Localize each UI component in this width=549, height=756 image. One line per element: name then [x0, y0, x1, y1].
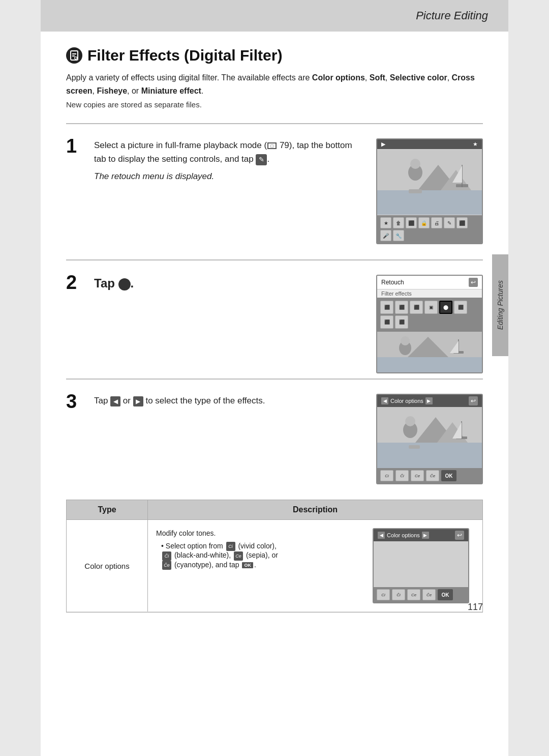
row-desc-text: Modify color tones. Select option from C… — [156, 528, 364, 603]
menu-lock: 🔒 — [418, 217, 430, 228]
table-illustration — [374, 541, 469, 587]
step2-icons: ⬛ ⬛ ⬛ ▣ ⬤ ⬛ ⬛ ⬛ — [377, 298, 482, 332]
step1-image: ▶ ★ — [376, 138, 483, 244]
row-desc: Modify color tones. Select option from C… — [148, 520, 482, 612]
table-back: ↩ — [455, 531, 464, 540]
step3-screen-header: ◀ Color options ▶ ↩ — [377, 395, 482, 407]
svg-rect-18 — [377, 357, 482, 372]
row-type-label: Color options — [67, 520, 148, 612]
color-options-title: Color options — [390, 398, 423, 404]
step3-content: Tap ◀ or ▶ to select the type of the eff… — [94, 394, 366, 408]
step1-divider — [66, 123, 483, 124]
step3-footer: Ci Ĉi Ce Ĉe OK — [377, 468, 482, 483]
step2-screen-header: Retouch ↩ — [377, 276, 482, 289]
step1-text: Select a picture in full-frame playback … — [94, 138, 366, 166]
page-header: Picture Editing — [41, 0, 508, 32]
table-screen-header: ◀ Color options ▶ ↩ — [374, 529, 468, 541]
step-3: 3 Tap ◀ or ▶ to select the type of the e… — [66, 394, 483, 484]
filter-effects-label: Filter effects — [377, 289, 482, 298]
step3-number: 3 — [66, 392, 94, 411]
page-number: 117 — [468, 602, 483, 613]
table-row: Color options Modify color tones. Select… — [67, 520, 482, 612]
play-icon: ▶ — [381, 141, 385, 148]
ri-8: ⬛ — [395, 315, 408, 329]
table-color-title: Color options — [387, 532, 420, 538]
step2-screen: Retouch ↩ Filter effects ⬛ ⬛ ⬛ ▣ ⬤ ⬛ ⬛ ⬛ — [376, 275, 483, 373]
menu-extra: 🔧 — [393, 230, 404, 241]
ri-4: ▣ — [424, 301, 438, 314]
menu-print: 🖨 — [431, 217, 442, 228]
table-nav-left: ◀ — [378, 532, 385, 539]
table-screen-nav: ◀ Color options ▶ — [378, 532, 429, 539]
table-footer-vivid: Ci — [377, 589, 390, 600]
col-type: Type — [67, 500, 148, 519]
svg-rect-27 — [377, 443, 482, 468]
svg-rect-30 — [409, 445, 420, 449]
nav-left-arrow: ◀ — [381, 397, 388, 404]
table-screen-body — [374, 541, 468, 587]
step3-illustration — [377, 407, 482, 468]
effects-table: Type Description Color options Modify co… — [66, 500, 483, 613]
step3-screen: ◀ Color options ▶ ↩ — [376, 394, 483, 484]
table-footer-ok: OK — [438, 589, 453, 600]
svg-rect-15 — [409, 189, 422, 193]
row-desc-image: ◀ Color options ▶ ↩ — [373, 528, 474, 603]
star-corner: ★ — [473, 141, 478, 148]
main-content: Filter Effects (Digital Filter) Apply a … — [41, 32, 508, 628]
page: Picture Editing Editing Pictures Filter … — [41, 0, 508, 756]
ri-7: ⬛ — [380, 315, 393, 329]
table-nav-right: ▶ — [422, 532, 429, 539]
main-heading: Filter Effects (Digital Filter) — [87, 47, 282, 64]
section-title: Filter Effects (Digital Filter) — [66, 47, 483, 64]
svg-rect-9 — [377, 190, 482, 215]
retouch-title: Retouch — [381, 279, 404, 286]
footer-icon-bw: Ĉi — [395, 470, 409, 481]
filter-effects-icon — [66, 47, 82, 64]
ri-1: ⬛ — [380, 301, 393, 314]
step1-number: 1 — [66, 136, 94, 156]
step1-menu-bar: ★ 🗑 ⬛ 🔒 🖨 ✎ ⬛ 🎤 🔧 — [377, 215, 482, 243]
desc-list-item: Select option from Ci (vivid color), Ĉi … — [161, 542, 364, 570]
svg-point-14 — [410, 159, 420, 169]
table-footer-sepia: Ce — [407, 589, 420, 600]
ri-3: ⬛ — [410, 301, 423, 314]
intro-paragraph: Apply a variety of effects using digital… — [66, 71, 483, 97]
footer-ok: OK — [441, 470, 456, 481]
header-title: Picture Editing — [416, 9, 488, 22]
step1-screen: ▶ ★ — [376, 138, 483, 244]
menu-edit: ✎ — [444, 217, 455, 228]
step2-divider — [66, 259, 483, 260]
svg-point-29 — [405, 416, 415, 426]
col-description: Description — [148, 500, 482, 519]
step-1: 1 Select a picture in full-frame playbac… — [66, 138, 483, 244]
menu-copy: ⬛ — [406, 217, 417, 228]
step2-illustration — [377, 332, 482, 372]
svg-rect-34 — [374, 541, 469, 587]
step2-text: Tap . — [94, 275, 366, 292]
step1-note: The retouch menu is displayed. — [94, 169, 366, 183]
step2-retouch-image — [377, 332, 482, 372]
menu-retouch: ⬛ — [456, 217, 468, 228]
step-2: 2 Tap . Retouch ↩ Filter effects ⬛ ⬛ — [66, 275, 483, 373]
step3-nav: ◀ Color options ▶ — [381, 397, 433, 404]
step2-image: Retouch ↩ Filter effects ⬛ ⬛ ⬛ ▣ ⬤ ⬛ ⬛ ⬛ — [376, 275, 483, 373]
menu-voice: 🎤 — [380, 230, 391, 241]
step2-number: 2 — [66, 273, 94, 292]
step1-illustration — [377, 150, 482, 215]
menu-delete: 🗑 — [393, 217, 404, 228]
table-screen-footer: Ci Ĉi Ce Ĉe OK — [374, 587, 468, 602]
table-color-screen: ◀ Color options ▶ ↩ — [373, 528, 469, 603]
step1-content: Select a picture in full-frame playback … — [94, 138, 366, 183]
nav-right-arrow: ▶ — [425, 397, 433, 404]
svg-point-20 — [401, 336, 410, 345]
table-footer-cyan: Ĉe — [422, 589, 436, 600]
step3-text: Tap ◀ or ▶ to select the type of the eff… — [94, 394, 366, 408]
step3-color-image — [377, 407, 482, 468]
step2-content: Tap . — [94, 275, 366, 292]
step1-screen-header: ▶ ★ — [377, 139, 482, 149]
footer-icon-sepia: Ce — [411, 470, 424, 481]
menu-star: ★ — [380, 217, 391, 228]
desc-list: Select option from Ci (vivid color), Ĉi … — [156, 542, 364, 570]
step3-back-arrow: ↩ — [469, 396, 478, 405]
intro-text1: Apply a variety of effects using digital… — [66, 73, 312, 82]
